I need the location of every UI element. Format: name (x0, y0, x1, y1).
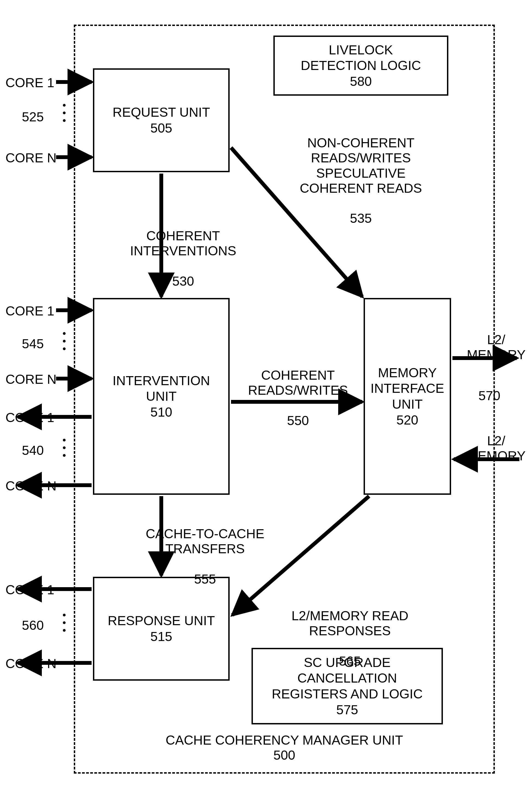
port-525-id: 525 (22, 109, 44, 124)
port-525-coreN: CORE N (5, 150, 57, 166)
intervention-unit-box: INTERVENTION UNIT 510 (93, 298, 230, 495)
cache-transfers-title: CACHE-TO-CACHE TRANSFERS (134, 526, 276, 556)
intervention-unit-title: INTERVENTION UNIT (113, 373, 210, 404)
intervention-unit-id: 510 (150, 404, 172, 420)
port-525-dots (63, 104, 65, 122)
port-540-coreN: CORE N (5, 478, 57, 494)
coherent-interventions-title: COHERENT INTERVENTIONS (123, 228, 243, 258)
port-560-id: 560 (22, 618, 44, 633)
port-560-dots (63, 614, 65, 632)
port-545-core1: CORE 1 (5, 304, 54, 319)
coherent-interventions-label: COHERENT INTERVENTIONS 530 (123, 213, 243, 304)
request-unit-title: REQUEST UNIT (113, 104, 210, 120)
port-540-id: 540 (22, 443, 44, 458)
cache-transfers-label: CACHE-TO-CACHE TRANSFERS 555 (134, 511, 276, 602)
port-right-in-text-span: L2/ MEMORY (465, 433, 528, 463)
coherent-interventions-id: 530 (123, 274, 243, 289)
livelock-box: LIVELOCK DETECTION LOGIC 580 (273, 36, 448, 96)
request-unit-id: 505 (150, 120, 172, 136)
noncoherent-label: NON-COHERENT READS/WRITES SPECULATIVE CO… (290, 120, 432, 241)
request-unit-box: REQUEST UNIT 505 (93, 68, 230, 172)
livelock-title: LIVELOCK DETECTION LOGIC (301, 42, 421, 74)
port-560-coreN: CORE N (5, 656, 57, 671)
memory-interface-unit-title: MEMORY INTERFACE UNIT (370, 365, 444, 412)
port-570-text: L2/ MEMORY (465, 317, 528, 378)
port-570-id: 570 (478, 388, 500, 403)
scupgrade-id: 575 (336, 702, 358, 718)
coherent-rw-label: COHERENT READS/WRITES 550 (241, 353, 355, 443)
l2-responses-title: L2/MEMORY READ RESPONSES (273, 608, 426, 638)
port-right-in-text: L2/ MEMORY (465, 418, 528, 479)
memory-interface-unit-box: MEMORY INTERFACE UNIT 520 (364, 298, 451, 495)
port-570-text-span: L2/ MEMORY (465, 332, 528, 362)
port-545-coreN: CORE N (5, 372, 57, 387)
port-525-core1: CORE 1 (5, 75, 54, 90)
memory-interface-unit-id: 520 (396, 412, 418, 428)
noncoherent-title: NON-COHERENT READS/WRITES SPECULATIVE CO… (290, 135, 432, 196)
coherent-rw-id: 550 (241, 413, 355, 428)
port-560-core1: CORE 1 (5, 582, 54, 597)
frame-caption: CACHE COHERENCY MANAGER UNIT 500 (74, 733, 495, 763)
livelock-id: 580 (350, 74, 372, 90)
noncoherent-id: 535 (290, 211, 432, 226)
port-545-id: 545 (22, 336, 44, 351)
l2-responses-id: 565 (273, 654, 426, 669)
cache-transfers-id: 555 (134, 572, 276, 586)
frame-id: 500 (74, 748, 495, 763)
response-unit-id: 515 (150, 629, 172, 644)
port-540-core1: CORE 1 (5, 410, 54, 425)
coherent-rw-title: COHERENT READS/WRITES (241, 368, 355, 398)
l2-responses-label: L2/MEMORY READ RESPONSES 565 (273, 593, 426, 684)
port-545-dots (63, 332, 65, 350)
frame-title: CACHE COHERENCY MANAGER UNIT (74, 733, 495, 748)
response-unit-title: RESPONSE UNIT (108, 613, 215, 629)
port-540-dots (63, 439, 65, 457)
